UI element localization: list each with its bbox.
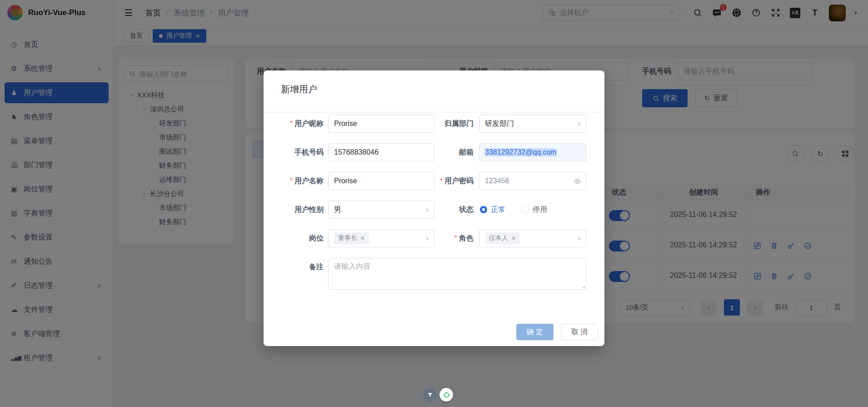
phone-label: 手机号码	[264, 148, 324, 157]
email-label: 邮箱	[434, 148, 474, 157]
required-mark: *	[440, 177, 443, 185]
radio-dot	[522, 206, 529, 213]
dialog-footer: 确 定 取 消	[516, 324, 598, 340]
tag-label: 仅本人	[489, 234, 508, 242]
remark-label: 备注	[264, 258, 324, 276]
chevron-down-icon: ∨	[577, 121, 581, 127]
dialog-title: 新增用户	[281, 83, 317, 95]
username-field	[328, 172, 434, 190]
phone-input[interactable]	[334, 148, 429, 156]
tag-remove-icon[interactable]: ✕	[511, 235, 516, 241]
tag-remove-icon[interactable]: ✕	[360, 235, 365, 241]
dialog-body: *用户昵称 归属部门 研发部门 ∨ 手机号码 邮箱 3381292732@qq.…	[264, 115, 604, 300]
email-value-selected: 3381292732@qq.com	[485, 148, 557, 156]
role-tag: 仅本人✕	[485, 232, 520, 244]
nickname-input[interactable]	[334, 120, 429, 128]
username-input[interactable]	[334, 177, 429, 185]
status-radio-normal[interactable]: 正常	[480, 205, 505, 215]
status-radio-disabled[interactable]: 停用	[522, 205, 547, 215]
post-label: 岗位	[264, 234, 324, 243]
username-label: *用户名称	[264, 176, 324, 186]
phone-field	[328, 143, 434, 161]
cancel-button[interactable]: 取 消	[561, 324, 598, 340]
post-tag: 董事长✕	[334, 232, 369, 244]
chevron-down-icon: ∨	[425, 206, 429, 213]
gender-value: 男	[334, 205, 341, 215]
status-label: 状态	[434, 205, 474, 215]
nickname-field	[328, 115, 434, 133]
remark-textarea[interactable]	[328, 258, 586, 290]
chevron-down-icon: ∨	[577, 235, 581, 241]
role-label: *角色	[434, 234, 474, 243]
password-field	[479, 172, 586, 190]
radio-label: 停用	[533, 205, 547, 215]
password-input[interactable]	[485, 177, 580, 185]
nickname-label: *用户昵称	[264, 119, 324, 129]
add-user-dialog: 新增用户 *用户昵称 归属部门 研发部门 ∨ 手机号码 邮箱	[264, 70, 604, 346]
email-field[interactable]: 3381292732@qq.com	[479, 143, 586, 161]
radio-label: 正常	[491, 205, 505, 215]
dialog-divider	[264, 112, 604, 112]
tag-label: 董事长	[338, 234, 357, 242]
role-select[interactable]: 仅本人✕ ∨	[479, 229, 586, 247]
confirm-button[interactable]: 确 定	[516, 324, 554, 340]
dept-label: 归属部门	[434, 119, 474, 129]
chevron-down-icon: ∨	[425, 235, 429, 241]
post-select[interactable]: 董事长✕ ∨	[328, 229, 434, 247]
required-mark: *	[290, 120, 293, 128]
eye-icon[interactable]	[574, 177, 581, 185]
gender-label: 用户性别	[264, 205, 324, 215]
dept-value: 研发部门	[485, 119, 514, 129]
devtools-filter-button[interactable]	[423, 388, 437, 402]
required-mark: *	[454, 234, 457, 242]
status-radio-group: 正常 停用	[480, 205, 547, 215]
radio-dot	[480, 206, 487, 213]
dept-select[interactable]: 研发部门 ∨	[479, 115, 586, 133]
required-mark: *	[290, 177, 293, 185]
devtools-inspect-button[interactable]	[439, 388, 453, 402]
gender-select[interactable]: 男 ∨	[328, 201, 434, 219]
crosshair-icon	[443, 391, 450, 399]
funnel-icon	[427, 392, 433, 398]
password-label: *用户密码	[434, 176, 474, 186]
